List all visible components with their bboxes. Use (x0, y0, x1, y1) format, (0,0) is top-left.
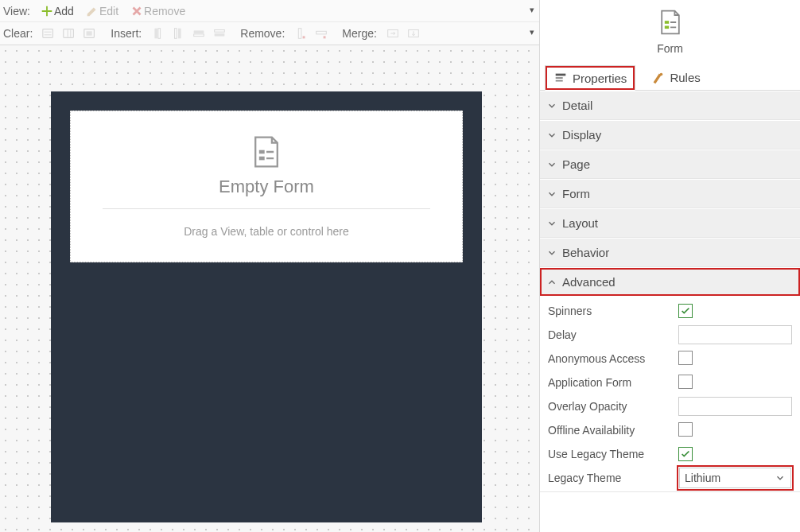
checkbox-anonymous-access[interactable] (678, 351, 693, 365)
checkbox-spinners[interactable] (678, 304, 693, 318)
x-icon (130, 4, 144, 18)
edit-overflow-dropdown[interactable]: ▾ (530, 27, 534, 37)
svg-rect-0 (43, 29, 53, 38)
chevron-down-icon (546, 159, 557, 170)
drop-hint: Drag a View, table or control here (85, 225, 448, 238)
svg-rect-12 (299, 29, 302, 39)
row-legacy-theme: Legacy Theme Lithium (540, 466, 800, 490)
insert-label: Insert: (111, 27, 142, 40)
checkbox-use-legacy-theme[interactable] (678, 447, 693, 461)
chevron-down-icon (546, 130, 557, 141)
chevron-down-icon (546, 188, 557, 200)
input-delay[interactable] (678, 325, 792, 344)
separator (103, 208, 430, 209)
row-use-legacy-theme: Use Legacy Theme (540, 442, 800, 466)
toolbar-edit: Clear: Insert: Remove: Merge: ▾ (0, 22, 539, 45)
svg-rect-22 (556, 80, 563, 82)
clear-row-icon (39, 25, 58, 42)
chevron-up-icon (546, 277, 557, 288)
rules-icon (650, 71, 665, 85)
merge-down-icon (404, 25, 423, 42)
edit-button: Edit (82, 2, 122, 20)
svg-rect-18 (664, 21, 668, 24)
panel-tabs: Properties Rules (540, 64, 800, 91)
pencil-icon (85, 4, 99, 18)
svg-rect-8 (194, 30, 204, 33)
design-canvas[interactable]: Empty Form Drag a View, table or control… (0, 45, 539, 532)
row-spinners: Spinners (540, 299, 800, 323)
svg-rect-17 (259, 157, 265, 161)
checkbox-application-form[interactable] (678, 375, 693, 389)
section-detail[interactable]: Detail (540, 91, 800, 119)
toolbar-view: View: Add Edit Remove ▾ (0, 0, 539, 22)
svg-point-23 (660, 72, 663, 76)
row-offline-availability: Offline Availability (540, 418, 800, 442)
section-layout[interactable]: Layout (540, 208, 800, 237)
remove-col-icon (291, 25, 310, 42)
clear-label: Clear: (3, 27, 33, 40)
remove-row-icon (312, 25, 331, 42)
remove-button: Remove (126, 2, 188, 20)
clear-col-icon (60, 25, 79, 42)
svg-rect-6 (178, 29, 181, 39)
section-page[interactable]: Page (540, 150, 800, 178)
svg-rect-16 (259, 150, 265, 154)
svg-rect-13 (317, 31, 327, 34)
advanced-body: Spinners Delay Anonymous Access Applicat… (540, 296, 800, 491)
svg-rect-3 (87, 31, 92, 35)
insert-col-left-icon (148, 25, 167, 42)
section-display[interactable]: Display (540, 120, 800, 149)
svg-rect-21 (556, 77, 563, 79)
svg-rect-1 (64, 29, 74, 38)
empty-form-placeholder[interactable]: Empty Form Drag a View, table or control… (70, 111, 463, 262)
row-delay: Delay (540, 323, 800, 347)
svg-rect-10 (215, 33, 225, 37)
view-label: View: (3, 5, 30, 17)
insert-row-above-icon (189, 25, 208, 42)
row-application-form: Application Form (540, 371, 800, 394)
merge-right-icon (383, 25, 402, 42)
svg-rect-4 (155, 29, 158, 39)
chevron-down-icon (546, 247, 557, 258)
form-icon (656, 8, 685, 37)
chevron-down-icon (775, 472, 786, 483)
svg-rect-9 (194, 34, 204, 37)
checkbox-offline-availability[interactable] (678, 422, 693, 437)
svg-rect-5 (158, 29, 161, 39)
add-button[interactable]: Add (37, 2, 77, 20)
tab-rules[interactable]: Rules (642, 64, 709, 90)
input-overlay-opacity[interactable] (678, 397, 792, 416)
section-form[interactable]: Form (540, 179, 800, 208)
view-overflow-dropdown[interactable]: ▾ (530, 5, 534, 15)
svg-rect-11 (215, 30, 225, 33)
form-preview: Empty Form Drag a View, table or control… (51, 91, 482, 522)
panel-header: Form (540, 0, 800, 64)
svg-rect-7 (175, 29, 177, 39)
row-anonymous-access: Anonymous Access (540, 347, 800, 371)
form-icon (248, 134, 285, 170)
tab-properties[interactable]: Properties (545, 65, 635, 91)
empty-form-title: Empty Form (85, 177, 448, 197)
merge-label: Merge: (342, 27, 377, 40)
section-behavior[interactable]: Behavior (540, 238, 800, 266)
select-legacy-theme[interactable]: Lithium (678, 467, 792, 489)
chevron-down-icon (546, 100, 557, 111)
remove-label: Remove: (240, 27, 285, 40)
chevron-down-icon (546, 218, 557, 229)
toolbars: View: Add Edit Remove ▾ Clear: (0, 0, 539, 45)
properties-icon (553, 71, 568, 85)
property-sections: Detail Display Page Form Layout Behavior… (540, 91, 800, 532)
panel-title: Form (540, 42, 800, 55)
insert-col-right-icon (169, 25, 188, 42)
properties-panel: Form Properties Rules Detail Display Pag… (540, 0, 800, 532)
section-advanced[interactable]: Advanced (540, 267, 800, 296)
clear-cell-icon (80, 25, 99, 42)
row-overlay-opacity: Overlay Opacity (540, 394, 800, 418)
svg-rect-20 (556, 74, 566, 76)
insert-row-below-icon (210, 25, 229, 42)
plus-icon (40, 4, 54, 18)
svg-rect-19 (664, 26, 668, 29)
